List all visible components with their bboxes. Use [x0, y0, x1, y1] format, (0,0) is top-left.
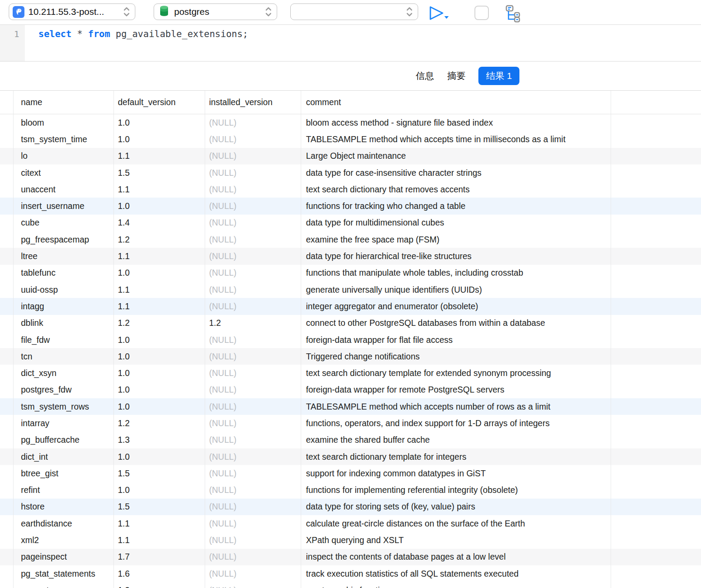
column-header-default-version[interactable]: default_version: [114, 91, 205, 114]
cell-name[interactable]: xml2: [14, 532, 114, 548]
cell-default-version[interactable]: 1.1: [114, 515, 205, 532]
row-gutter[interactable]: [0, 348, 14, 365]
table-row[interactable]: unaccent1.1(NULL)text search dictionary …: [0, 181, 701, 198]
cell-name[interactable]: dblink: [14, 315, 114, 332]
table-row[interactable]: pgcrypto1.3(NULL)cryptographic functions: [0, 582, 701, 588]
run-query-button[interactable]: [428, 4, 451, 22]
cell-installed-version[interactable]: (NULL): [205, 164, 301, 181]
table-row[interactable]: bloom1.0(NULL)bloom access method - sign…: [0, 114, 701, 131]
connection-select[interactable]: 10.211.55.3-post...: [9, 3, 135, 20]
cell-installed-version[interactable]: (NULL): [205, 114, 301, 131]
cell-default-version[interactable]: 1.0: [114, 265, 205, 281]
table-row[interactable]: citext1.5(NULL)data type for case-insens…: [0, 164, 701, 181]
tab-summary[interactable]: 摘要: [447, 70, 465, 82]
row-gutter[interactable]: [0, 465, 14, 482]
cell-default-version[interactable]: 1.1: [114, 281, 205, 298]
cell-installed-version[interactable]: (NULL): [205, 332, 301, 348]
table-row[interactable]: postgres_fdw1.0(NULL)foreign-data wrappe…: [0, 382, 701, 398]
cell-default-version[interactable]: 1.0: [114, 131, 205, 147]
cell-default-version[interactable]: 1.1: [114, 532, 205, 548]
cell-installed-version[interactable]: (NULL): [205, 265, 301, 281]
row-gutter[interactable]: [0, 482, 14, 499]
table-row[interactable]: dict_xsyn1.0(NULL)text search dictionary…: [0, 365, 701, 381]
cell-name[interactable]: pg_freespacemap: [14, 231, 114, 248]
table-row[interactable]: btree_gist1.5(NULL)support for indexing …: [0, 465, 701, 482]
cell-installed-version[interactable]: (NULL): [205, 549, 301, 565]
cell-installed-version[interactable]: (NULL): [205, 198, 301, 214]
cell-default-version[interactable]: 1.0: [114, 398, 205, 415]
cell-installed-version[interactable]: (NULL): [205, 582, 301, 588]
table-row[interactable]: insert_username1.0(NULL)functions for tr…: [0, 198, 701, 214]
table-row[interactable]: pg_stat_statements1.6(NULL)track executi…: [0, 565, 701, 582]
cell-default-version[interactable]: 1.0: [114, 382, 205, 398]
row-gutter[interactable]: [0, 332, 14, 348]
cell-comment[interactable]: foreign-data wrapper for remote PostgreS…: [301, 382, 611, 398]
cell-installed-version[interactable]: (NULL): [205, 215, 301, 231]
cell-name[interactable]: earthdistance: [14, 515, 114, 532]
cell-name[interactable]: intarray: [14, 415, 114, 431]
cell-name[interactable]: hstore: [14, 499, 114, 515]
cell-comment[interactable]: foreign-data wrapper for flat file acces…: [301, 332, 611, 348]
cell-name[interactable]: cube: [14, 215, 114, 231]
cell-installed-version[interactable]: (NULL): [205, 382, 301, 398]
cell-name[interactable]: pg_buffercache: [14, 432, 114, 448]
row-gutter[interactable]: [0, 265, 14, 281]
table-row[interactable]: pg_buffercache1.3(NULL)examine the share…: [0, 432, 701, 448]
column-header-installed-version[interactable]: installed_version: [205, 91, 301, 114]
row-gutter[interactable]: [0, 532, 14, 548]
cell-default-version[interactable]: 1.0: [114, 448, 205, 465]
cell-installed-version[interactable]: (NULL): [205, 465, 301, 482]
cell-installed-version[interactable]: (NULL): [205, 448, 301, 465]
cell-name[interactable]: insert_username: [14, 198, 114, 214]
table-row[interactable]: hstore1.5(NULL)data type for storing set…: [0, 499, 701, 515]
cell-installed-version[interactable]: (NULL): [205, 131, 301, 147]
cell-name[interactable]: btree_gist: [14, 465, 114, 482]
cell-installed-version[interactable]: (NULL): [205, 415, 301, 431]
cell-comment[interactable]: cryptographic functions: [301, 582, 611, 588]
cell-default-version[interactable]: 1.1: [114, 148, 205, 164]
cell-default-version[interactable]: 1.5: [114, 499, 205, 515]
cell-name[interactable]: unaccent: [14, 181, 114, 198]
cell-comment[interactable]: integer aggregator and enumerator (obsol…: [301, 298, 611, 315]
cell-comment[interactable]: functions for implementing referential i…: [301, 482, 611, 499]
database-select[interactable]: postgres: [154, 3, 277, 20]
column-header-comment[interactable]: comment: [301, 91, 611, 114]
row-gutter[interactable]: [0, 365, 14, 381]
cell-comment[interactable]: functions that manipulate whole tables, …: [301, 265, 611, 281]
cell-name[interactable]: dict_int: [14, 448, 114, 465]
table-row[interactable]: earthdistance1.1(NULL)calculate great-ci…: [0, 515, 701, 532]
cell-installed-version[interactable]: (NULL): [205, 432, 301, 448]
cell-default-version[interactable]: 1.0: [114, 348, 205, 365]
row-gutter[interactable]: [0, 415, 14, 431]
row-gutter[interactable]: [0, 499, 14, 515]
row-gutter[interactable]: [0, 549, 14, 565]
cell-installed-version[interactable]: 1.2: [205, 315, 301, 332]
cell-comment[interactable]: examine the free space map (FSM): [301, 231, 611, 248]
cell-default-version[interactable]: 1.0: [114, 114, 205, 131]
tab-info[interactable]: 信息: [416, 70, 434, 82]
cell-name[interactable]: file_fdw: [14, 332, 114, 348]
row-gutter[interactable]: [0, 565, 14, 582]
cell-comment[interactable]: text search dictionary that removes acce…: [301, 181, 611, 198]
explain-plan-icon[interactable]: [502, 4, 521, 23]
cell-installed-version[interactable]: (NULL): [205, 482, 301, 499]
row-gutter[interactable]: [0, 181, 14, 198]
cell-comment[interactable]: text search dictionary template for exte…: [301, 365, 611, 381]
row-gutter[interactable]: [0, 432, 14, 448]
cell-name[interactable]: postgres_fdw: [14, 382, 114, 398]
cell-comment[interactable]: track execution statistics of all SQL st…: [301, 565, 611, 582]
table-row[interactable]: tsm_system_rows1.0(NULL)TABLESAMPLE meth…: [0, 398, 701, 415]
cell-comment[interactable]: bloom access method - signature file bas…: [301, 114, 611, 131]
cell-default-version[interactable]: 1.1: [114, 248, 205, 264]
schema-select[interactable]: [290, 3, 418, 20]
cell-default-version[interactable]: 1.5: [114, 164, 205, 181]
table-row[interactable]: tsm_system_time1.0(NULL)TABLESAMPLE meth…: [0, 131, 701, 147]
cell-name[interactable]: uuid-ossp: [14, 281, 114, 298]
cell-comment[interactable]: functions for tracking who changed a tab…: [301, 198, 611, 214]
cell-installed-version[interactable]: (NULL): [205, 148, 301, 164]
cell-comment[interactable]: text search dictionary template for inte…: [301, 448, 611, 465]
row-gutter[interactable]: [0, 298, 14, 315]
cell-comment[interactable]: data type for multidimensional cubes: [301, 215, 611, 231]
row-gutter[interactable]: [0, 231, 14, 248]
cell-installed-version[interactable]: (NULL): [205, 348, 301, 365]
